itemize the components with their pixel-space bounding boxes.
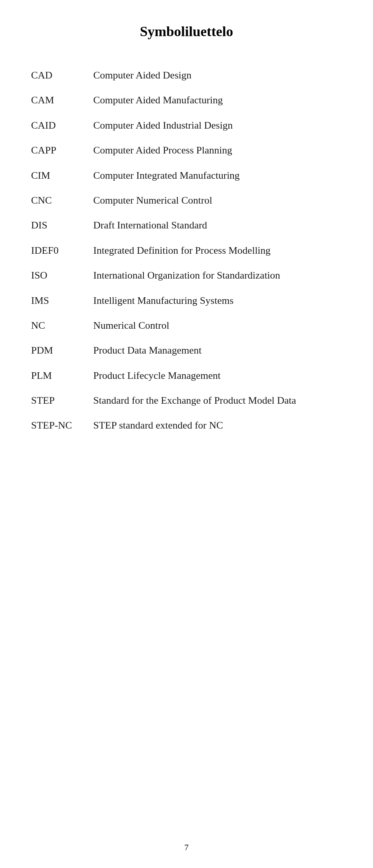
table-row: STEP-NCSTEP standard extended for NC (31, 413, 342, 438)
definition: Computer Aided Industrial Design (93, 113, 342, 138)
table-row: CNCComputer Numerical Control (31, 188, 342, 213)
definition: Computer Aided Process Planning (93, 138, 342, 163)
definition: Computer Aided Manufacturing (93, 88, 342, 113)
table-row: STEPStandard for the Exchange of Product… (31, 388, 342, 413)
definition: Standard for the Exchange of Product Mod… (93, 388, 342, 413)
definition: Computer Aided Design (93, 63, 342, 88)
definition: Product Data Management (93, 338, 342, 363)
abbreviation: DIS (31, 213, 93, 238)
abbreviation: PLM (31, 363, 93, 388)
table-row: DISDraft International Standard (31, 213, 342, 238)
definition: Draft International Standard (93, 213, 342, 238)
abbreviation: CNC (31, 188, 93, 213)
abbreviation: IMS (31, 288, 93, 313)
page-number: 7 (185, 842, 189, 852)
abbreviation: ISO (31, 263, 93, 288)
table-row: CAPPComputer Aided Process Planning (31, 138, 342, 163)
abbreviation: STEP-NC (31, 413, 93, 438)
definition: STEP standard extended for NC (93, 413, 342, 438)
definition: Integrated Definition for Process Modell… (93, 238, 342, 263)
table-row: IMSIntelligent Manufacturing Systems (31, 288, 342, 313)
definition: Product Lifecycle Management (93, 363, 342, 388)
definition: Numerical Control (93, 313, 342, 338)
table-row: ISOInternational Organization for Standa… (31, 263, 342, 288)
abbreviation: CAID (31, 113, 93, 138)
abbreviation: CAM (31, 88, 93, 113)
table-row: IDEF0Integrated Definition for Process M… (31, 238, 342, 263)
abbreviation: IDEF0 (31, 238, 93, 263)
abbreviation: CAPP (31, 138, 93, 163)
definition: International Organization for Standardi… (93, 263, 342, 288)
table-row: PDMProduct Data Management (31, 338, 342, 363)
abbreviation: CAD (31, 63, 93, 88)
symbol-table: CADComputer Aided DesignCAMComputer Aide… (31, 63, 342, 438)
abbreviation: CIM (31, 163, 93, 188)
definition: Intelligent Manufacturing Systems (93, 288, 342, 313)
table-row: CADComputer Aided Design (31, 63, 342, 88)
definition: Computer Integrated Manufacturing (93, 163, 342, 188)
page-title: Symboliluettelo (31, 23, 342, 40)
table-row: NCNumerical Control (31, 313, 342, 338)
abbreviation: NC (31, 313, 93, 338)
definition: Computer Numerical Control (93, 188, 342, 213)
table-row: CAIDComputer Aided Industrial Design (31, 113, 342, 138)
page: Symboliluettelo CADComputer Aided Design… (0, 0, 373, 868)
abbreviation: PDM (31, 338, 93, 363)
abbreviation: STEP (31, 388, 93, 413)
table-row: CIMComputer Integrated Manufacturing (31, 163, 342, 188)
table-row: CAMComputer Aided Manufacturing (31, 88, 342, 113)
table-row: PLMProduct Lifecycle Management (31, 363, 342, 388)
